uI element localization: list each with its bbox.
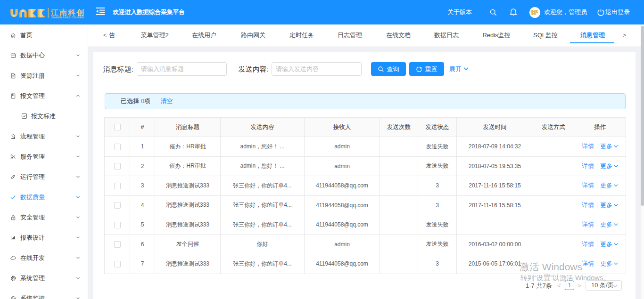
svg-text:JIANGNANKE CHUANG: JIANGNANKE CHUANG [51,16,84,19]
svg-text:江南科创: 江南科创 [50,8,85,16]
